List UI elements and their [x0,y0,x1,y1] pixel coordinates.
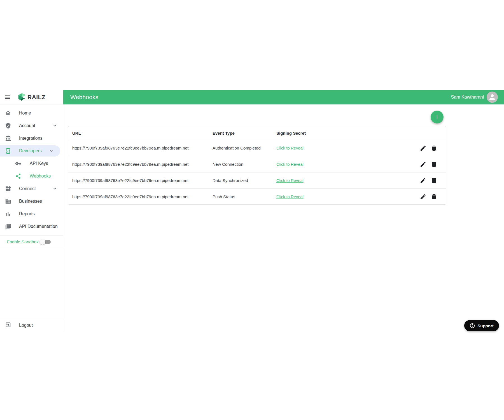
key-icon [15,160,21,167]
sidebar-item-api-documentation[interactable]: API Documentation [0,220,63,233]
sandbox-toggle[interactable] [41,240,51,244]
sidebar-item-reports[interactable]: Reports [0,207,63,220]
column-header-url: URL [72,131,213,136]
sidebar-item-developers[interactable]: Developers [0,145,60,157]
delete-webhook-button[interactable] [431,177,437,184]
trash-icon [431,145,437,151]
webhook-event-type: Push Status [213,194,276,199]
pencil-icon [420,145,426,151]
widgets-icon [5,186,11,192]
trash-icon [431,161,437,168]
chevron-down-icon [52,123,58,129]
sidebar-item-connect[interactable]: Connect [0,182,63,195]
share-icon [15,173,21,179]
click-to-reveal-link[interactable]: Click to Reveal [276,162,304,167]
table-row: https://7900f739af98763e7e22fc9ee7bb79ea… [68,172,446,188]
library-books-icon [5,223,11,230]
enable-sandbox-label: Enable Sandbox [7,239,39,244]
sidebar-item-label: Account [19,123,35,128]
plus-icon [433,113,441,121]
sidebar-item-label: Webhooks [30,174,51,179]
column-header-event-type: Event Type [213,131,276,136]
toggle-knob [40,239,45,245]
sandbox-row: Enable Sandbox [0,235,63,248]
sidebar: RAILZ Home Account Integrations Develope… [0,90,63,332]
sidebar-item-api-keys[interactable]: API Keys [0,157,63,170]
delete-webhook-button[interactable] [431,161,437,168]
sidebar-item-businesses[interactable]: Businesses [0,195,63,207]
table-row: https://7900f739af98763e7e22fc9ee7bb79ea… [68,188,446,205]
sidebar-item-webhooks[interactable]: Webhooks [0,170,63,182]
support-button[interactable]: Support [464,320,499,331]
sidebar-item-label: API Keys [30,161,48,166]
delete-webhook-button[interactable] [431,193,437,200]
table-row: https://7900f739af98763e7e22fc9ee7bb79ea… [68,140,446,156]
page-title: Webhooks [70,94,98,101]
webhook-url: https://7900f739af98763e7e22fc9ee7bb79ea… [72,194,213,199]
help-icon [470,323,475,328]
avatar[interactable] [487,92,498,103]
building-icon [5,198,11,204]
sidebar-logo-row: RAILZ [0,90,63,104]
column-header-signing-secret: Signing Secret [276,131,412,136]
webhook-url: https://7900f739af98763e7e22fc9ee7bb79ea… [72,178,213,183]
sidebar-item-label: Connect [19,186,36,191]
add-webhook-button[interactable] [431,111,444,123]
sidebar-nav: Home Account Integrations Developers API… [0,107,63,233]
sidebar-item-label: Home [19,111,31,116]
edit-webhook-button[interactable] [420,193,426,200]
home-icon [5,110,11,116]
person-icon [488,93,496,101]
webhook-url: https://7900f739af98763e7e22fc9ee7bb79ea… [72,162,213,167]
sidebar-item-label: API Documentation [19,224,58,229]
menu-icon[interactable] [4,94,11,101]
sidebar-item-home[interactable]: Home [0,107,63,119]
chevron-down-icon [52,186,58,192]
railz-logo-icon [18,93,26,102]
click-to-reveal-link[interactable]: Click to Reveal [276,178,304,183]
sidebar-item-label: Integrations [19,136,43,141]
developer-mode-icon [5,148,11,154]
sidebar-item-label: Developers [19,148,42,153]
shield-check-icon [5,123,11,129]
user-name: Sam Kawtharani [451,95,484,100]
pencil-icon [420,177,426,184]
webhook-url: https://7900f739af98763e7e22fc9ee7bb79ea… [72,146,213,150]
trash-icon [431,193,437,200]
sidebar-item-integrations[interactable]: Integrations [0,132,63,144]
delete-webhook-button[interactable] [431,145,437,151]
app-canvas: Webhooks Sam Kawtharani RAILZ Home [0,0,504,420]
bar-chart-icon [5,211,11,217]
sidebar-item-account[interactable]: Account [0,119,63,132]
webhook-event-type: New Connection [213,162,276,167]
app-header: Webhooks Sam Kawtharani [63,90,504,104]
webhooks-table: URL Event Type Signing Secret https://79… [68,126,446,205]
sidebar-item-label: Reports [19,211,35,216]
table-row: https://7900f739af98763e7e22fc9ee7bb79ea… [68,156,446,172]
webhook-event-type: Authentication Completed [213,146,276,150]
pencil-icon [420,161,426,168]
bank-icon [5,135,11,141]
trash-icon [431,177,437,184]
edit-webhook-button[interactable] [420,177,426,184]
support-label: Support [477,323,494,328]
pencil-icon [420,193,426,200]
click-to-reveal-link[interactable]: Click to Reveal [276,146,304,150]
logout-icon [5,322,11,329]
edit-webhook-button[interactable] [420,145,426,151]
webhook-event-type: Data Synchronized [213,178,276,183]
edit-webhook-button[interactable] [420,161,426,168]
logout-label: Logout [19,323,33,328]
logout-button[interactable]: Logout [0,319,63,332]
sidebar-item-label: Businesses [19,199,42,204]
brand-name: RAILZ [27,94,45,101]
chevron-down-icon [49,148,55,154]
table-header-row: URL Event Type Signing Secret [68,126,446,140]
click-to-reveal-link[interactable]: Click to Reveal [276,195,304,199]
